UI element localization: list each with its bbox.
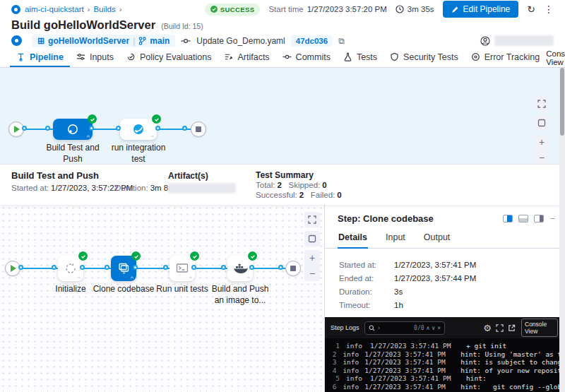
page-scrollbar-thumb[interactable] <box>560 68 564 136</box>
zoom-in-button[interactable]: + <box>534 134 549 150</box>
layout-bottom-view-button[interactable] <box>518 215 528 222</box>
tab-commits[interactable]: Commits <box>276 48 337 67</box>
tab-input[interactable]: Input <box>385 228 406 249</box>
search-close-button[interactable]: × <box>437 325 441 331</box>
refresh-button[interactable]: ↻ <box>527 4 535 15</box>
canvas-zoom-group: + − <box>534 134 549 165</box>
chevron-right-icon: › <box>88 5 90 13</box>
log-line: 4info1/27/2023 3:57:41 PMhint: of your n… <box>331 367 565 375</box>
port <box>249 265 254 270</box>
log-line: 6info1/27/2023 3:57:41 PMhint: git confi… <box>331 383 565 391</box>
zoom-out-button[interactable]: − <box>534 150 549 165</box>
artifacts-icon <box>224 52 233 61</box>
artifact-link-redacted[interactable] <box>168 183 236 194</box>
stage-node-build-test-push[interactable] <box>53 119 93 140</box>
tab-security-tests[interactable]: Security Tests <box>383 48 465 67</box>
clock-icon <box>396 5 404 13</box>
step-label: Initialize <box>41 284 100 295</box>
conditional-execution-icon <box>189 275 193 280</box>
step-details-fields: Started at:1/27/2023, 3:57:41 PM Ended a… <box>325 249 565 317</box>
success-check-badge <box>78 251 88 261</box>
play-icon <box>14 126 20 133</box>
commit-sha-pill[interactable]: 47dc036 <box>291 35 333 47</box>
tab-policy-evaluations[interactable]: Policy Evaluations <box>120 48 218 67</box>
canvas-fit-button[interactable] <box>304 231 320 247</box>
commit-message[interactable]: Update Go_Demo.yaml <box>196 36 285 46</box>
stage-details-bar: Build Test and Push Started at:1/27/2023… <box>0 164 565 205</box>
pill-divider: | <box>133 36 135 46</box>
tab-inputs[interactable]: Inputs <box>70 48 120 67</box>
collapse-panel-button[interactable]: − <box>549 213 555 224</box>
log-open-external-button[interactable] <box>508 324 516 332</box>
tab-details[interactable]: Details <box>338 228 368 249</box>
port <box>80 265 85 270</box>
zoom-in-button[interactable]: + <box>304 250 320 266</box>
more-options-button[interactable]: ⋮ <box>544 4 554 15</box>
page-scrollbar-track[interactable] <box>559 68 565 392</box>
console-view-label: Console View <box>546 49 565 66</box>
build-page: aim-ci-quickstart › Builds › SUCCESS Sta… <box>0 0 565 392</box>
stop-icon <box>290 266 296 271</box>
zoom-out-button[interactable]: − <box>304 266 320 281</box>
stop-icon <box>196 126 201 132</box>
success-check-badge <box>190 251 199 261</box>
step-logs-console: Step Logs › 0/0 ∧ ∨ × ⚙ Console View <box>325 317 565 392</box>
pipeline-icon <box>16 52 25 61</box>
conditional-execution-icon <box>86 134 90 138</box>
stage-node-run-integration-test[interactable] <box>120 119 157 140</box>
canvas-fit-button[interactable] <box>534 115 549 131</box>
log-settings-button[interactable]: ⚙ <box>483 323 492 333</box>
inputs-icon <box>76 52 85 61</box>
log-line: 2info1/27/2023 3:57:41 PMhint: Using 'ma… <box>331 350 565 359</box>
breadcrumb-project-link[interactable]: aim-ci-quickstart <box>25 5 84 13</box>
tab-error-tracking[interactable]: Error Tracking <box>465 48 547 67</box>
status-badge: SUCCESS <box>205 4 261 16</box>
canvas-fullscreen-button[interactable] <box>304 212 320 227</box>
console-view-button[interactable]: Console View <box>521 319 558 337</box>
fullscreen-icon <box>537 100 546 108</box>
tab-artifacts[interactable]: Artifacts <box>218 48 275 67</box>
grid-icon: ⊞ <box>37 36 44 46</box>
log-search-box[interactable]: › 0/0 ∧ ∨ × <box>364 321 445 335</box>
layout-right-view-button[interactable] <box>503 215 513 222</box>
search-next-button[interactable]: ∨ <box>432 325 435 331</box>
port <box>89 126 94 131</box>
canvas-fullscreen-button[interactable] <box>534 96 549 112</box>
search-prev-button[interactable]: ∧ <box>427 325 430 331</box>
test-summary-title: Test Summary <box>256 170 314 180</box>
flask-icon <box>343 52 352 61</box>
fullscreen-icon <box>496 324 504 332</box>
copy-icon[interactable]: ⧉ <box>338 36 345 46</box>
target-icon <box>471 52 480 61</box>
run-tests-icon <box>175 261 189 275</box>
execution-graph-canvas[interactable]: Initialize Clone codebase Run unit tests <box>0 205 325 392</box>
port <box>278 265 283 270</box>
port <box>191 265 196 270</box>
tab-tests[interactable]: Tests <box>337 48 383 67</box>
edit-pipeline-button[interactable]: Edit Pipeline <box>443 1 519 18</box>
refresh-icon: ↻ <box>527 4 535 15</box>
conditional-execution-icon <box>246 275 251 280</box>
repo-name: goHelloWorldServer <box>48 36 129 46</box>
tab-pipeline[interactable]: Pipeline <box>10 48 70 67</box>
breadcrumb-builds-link[interactable]: Builds <box>93 5 115 13</box>
port <box>22 126 27 131</box>
branch-name: main <box>150 36 170 46</box>
build-tabbar: Pipeline Inputs Policy Evaluations Artif… <box>0 48 565 68</box>
page-header: aim-ci-quickstart › Builds › SUCCESS Sta… <box>0 0 565 48</box>
tab-output[interactable]: Output <box>423 228 451 249</box>
user-icon <box>480 36 490 46</box>
layout-minimized-view-button[interactable] <box>534 215 544 222</box>
stage-name: Build Test and Push <box>11 170 99 181</box>
shield-icon <box>390 52 399 61</box>
execution-end-node <box>285 261 301 276</box>
console-header: Step Logs › 0/0 ∧ ∨ × ⚙ Console View <box>325 317 565 338</box>
log-fullscreen-button[interactable] <box>496 324 504 332</box>
elapsed-time: 3m 35s <box>396 5 434 13</box>
fullscreen-icon <box>308 215 316 224</box>
repo-branch-pill[interactable]: ⊞ goHelloWorldServer | main <box>32 35 175 47</box>
stage-graph-canvas[interactable]: Build Test and Push run integration test… <box>0 68 565 164</box>
success-check-badge <box>88 114 97 124</box>
fit-view-icon <box>537 119 546 127</box>
log-search-input[interactable] <box>383 324 412 331</box>
